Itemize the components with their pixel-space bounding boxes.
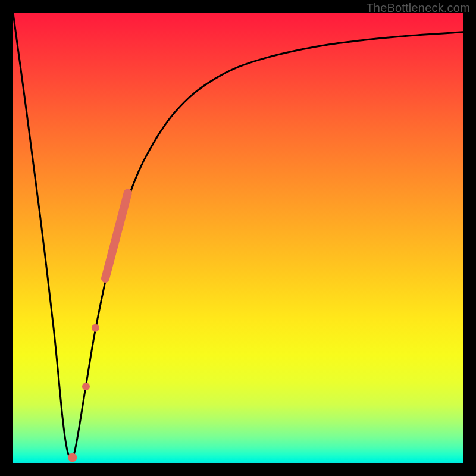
- curve-layer: [13, 13, 463, 459]
- dot-low: [82, 383, 90, 390]
- dot-mid: [92, 324, 99, 332]
- chart-frame: TheBottleneck.com: [0, 0, 476, 476]
- chart-svg: [13, 13, 463, 463]
- dot-bottom: [68, 453, 77, 462]
- plot-area: [13, 13, 463, 463]
- attribution-text: TheBottleneck.com: [366, 1, 470, 15]
- segment-thick: [105, 193, 128, 278]
- bottleneck-curve: [13, 13, 463, 459]
- marker-layer: [68, 193, 127, 462]
